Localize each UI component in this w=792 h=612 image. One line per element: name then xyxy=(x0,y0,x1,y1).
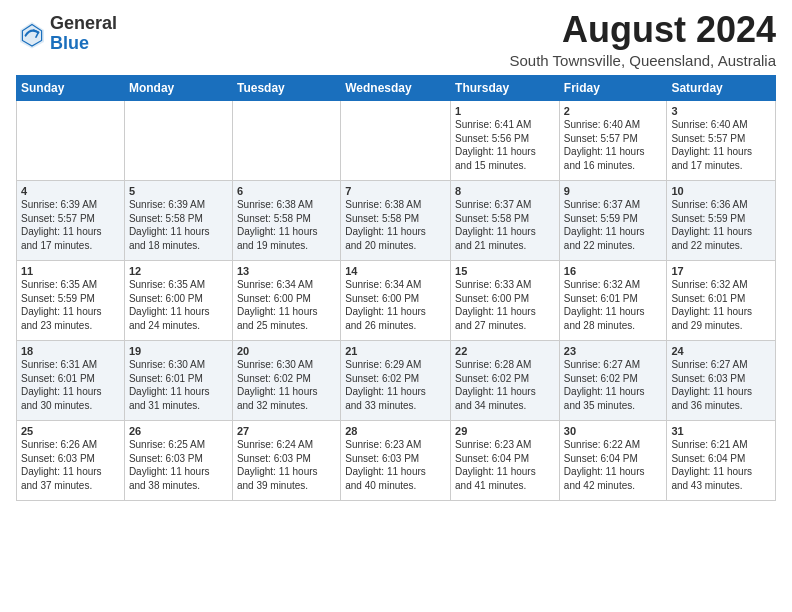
day-number: 27 xyxy=(237,424,336,439)
day-number: 8 xyxy=(455,184,555,199)
calendar-subtitle: South Townsville, Queensland, Australia xyxy=(509,52,776,69)
calendar-cell-0-4: 1Sunrise: 6:41 AMSunset: 5:56 PMDaylight… xyxy=(451,100,560,180)
header-tuesday: Tuesday xyxy=(232,75,340,100)
day-info: Sunrise: 6:23 AMSunset: 6:04 PMDaylight:… xyxy=(455,438,555,492)
day-info: Sunrise: 6:35 AMSunset: 5:59 PMDaylight:… xyxy=(21,278,120,332)
day-number: 17 xyxy=(671,264,771,279)
calendar-cell-0-6: 3Sunrise: 6:40 AMSunset: 5:57 PMDaylight… xyxy=(667,100,776,180)
day-number: 24 xyxy=(671,344,771,359)
day-number: 18 xyxy=(21,344,120,359)
calendar-cell-4-5: 30Sunrise: 6:22 AMSunset: 6:04 PMDayligh… xyxy=(559,420,667,500)
calendar-cell-4-0: 25Sunrise: 6:26 AMSunset: 6:03 PMDayligh… xyxy=(17,420,125,500)
calendar-cell-1-6: 10Sunrise: 6:36 AMSunset: 5:59 PMDayligh… xyxy=(667,180,776,260)
calendar-cell-2-0: 11Sunrise: 6:35 AMSunset: 5:59 PMDayligh… xyxy=(17,260,125,340)
day-info: Sunrise: 6:36 AMSunset: 5:59 PMDaylight:… xyxy=(671,198,771,252)
day-number: 4 xyxy=(21,184,120,199)
day-info: Sunrise: 6:37 AMSunset: 5:59 PMDaylight:… xyxy=(564,198,663,252)
day-number: 13 xyxy=(237,264,336,279)
day-info: Sunrise: 6:24 AMSunset: 6:03 PMDaylight:… xyxy=(237,438,336,492)
day-number: 28 xyxy=(345,424,446,439)
calendar-cell-0-2 xyxy=(232,100,340,180)
day-number: 7 xyxy=(345,184,446,199)
day-number: 9 xyxy=(564,184,663,199)
calendar-title: August 2024 xyxy=(509,10,776,50)
day-number: 5 xyxy=(129,184,228,199)
day-info: Sunrise: 6:38 AMSunset: 5:58 PMDaylight:… xyxy=(345,198,446,252)
calendar-cell-4-2: 27Sunrise: 6:24 AMSunset: 6:03 PMDayligh… xyxy=(232,420,340,500)
day-number: 16 xyxy=(564,264,663,279)
day-info: Sunrise: 6:27 AMSunset: 6:03 PMDaylight:… xyxy=(671,358,771,412)
day-info: Sunrise: 6:28 AMSunset: 6:02 PMDaylight:… xyxy=(455,358,555,412)
calendar-cell-3-2: 20Sunrise: 6:30 AMSunset: 6:02 PMDayligh… xyxy=(232,340,340,420)
calendar-cell-1-0: 4Sunrise: 6:39 AMSunset: 5:57 PMDaylight… xyxy=(17,180,125,260)
calendar-cell-0-1 xyxy=(124,100,232,180)
calendar-cell-3-1: 19Sunrise: 6:30 AMSunset: 6:01 PMDayligh… xyxy=(124,340,232,420)
calendar-cell-4-4: 29Sunrise: 6:23 AMSunset: 6:04 PMDayligh… xyxy=(451,420,560,500)
day-number: 15 xyxy=(455,264,555,279)
day-number: 26 xyxy=(129,424,228,439)
day-info: Sunrise: 6:33 AMSunset: 6:00 PMDaylight:… xyxy=(455,278,555,332)
calendar-cell-3-5: 23Sunrise: 6:27 AMSunset: 6:02 PMDayligh… xyxy=(559,340,667,420)
calendar-cell-1-4: 8Sunrise: 6:37 AMSunset: 5:58 PMDaylight… xyxy=(451,180,560,260)
calendar-cell-3-4: 22Sunrise: 6:28 AMSunset: 6:02 PMDayligh… xyxy=(451,340,560,420)
day-number: 2 xyxy=(564,104,663,119)
calendar-cell-1-5: 9Sunrise: 6:37 AMSunset: 5:59 PMDaylight… xyxy=(559,180,667,260)
calendar-cell-2-6: 17Sunrise: 6:32 AMSunset: 6:01 PMDayligh… xyxy=(667,260,776,340)
header-sunday: Sunday xyxy=(17,75,125,100)
day-info: Sunrise: 6:22 AMSunset: 6:04 PMDaylight:… xyxy=(564,438,663,492)
logo-blue-text: Blue xyxy=(50,34,117,54)
day-info: Sunrise: 6:27 AMSunset: 6:02 PMDaylight:… xyxy=(564,358,663,412)
day-info: Sunrise: 6:40 AMSunset: 5:57 PMDaylight:… xyxy=(564,118,663,172)
calendar-cell-1-3: 7Sunrise: 6:38 AMSunset: 5:58 PMDaylight… xyxy=(341,180,451,260)
calendar-cell-4-1: 26Sunrise: 6:25 AMSunset: 6:03 PMDayligh… xyxy=(124,420,232,500)
calendar-cell-4-3: 28Sunrise: 6:23 AMSunset: 6:03 PMDayligh… xyxy=(341,420,451,500)
day-number: 31 xyxy=(671,424,771,439)
day-info: Sunrise: 6:39 AMSunset: 5:58 PMDaylight:… xyxy=(129,198,228,252)
day-info: Sunrise: 6:38 AMSunset: 5:58 PMDaylight:… xyxy=(237,198,336,252)
header-thursday: Thursday xyxy=(451,75,560,100)
week-row-3: 11Sunrise: 6:35 AMSunset: 5:59 PMDayligh… xyxy=(17,260,776,340)
day-info: Sunrise: 6:41 AMSunset: 5:56 PMDaylight:… xyxy=(455,118,555,172)
day-info: Sunrise: 6:23 AMSunset: 6:03 PMDaylight:… xyxy=(345,438,446,492)
header-friday: Friday xyxy=(559,75,667,100)
day-number: 14 xyxy=(345,264,446,279)
week-row-5: 25Sunrise: 6:26 AMSunset: 6:03 PMDayligh… xyxy=(17,420,776,500)
calendar-cell-1-1: 5Sunrise: 6:39 AMSunset: 5:58 PMDaylight… xyxy=(124,180,232,260)
day-number: 10 xyxy=(671,184,771,199)
calendar-cell-0-3 xyxy=(341,100,451,180)
day-info: Sunrise: 6:25 AMSunset: 6:03 PMDaylight:… xyxy=(129,438,228,492)
day-info: Sunrise: 6:40 AMSunset: 5:57 PMDaylight:… xyxy=(671,118,771,172)
week-row-1: 1Sunrise: 6:41 AMSunset: 5:56 PMDaylight… xyxy=(17,100,776,180)
day-info: Sunrise: 6:30 AMSunset: 6:02 PMDaylight:… xyxy=(237,358,336,412)
day-number: 22 xyxy=(455,344,555,359)
weekday-header-row: Sunday Monday Tuesday Wednesday Thursday… xyxy=(17,75,776,100)
header: General Blue August 2024 South Townsvill… xyxy=(16,10,776,69)
calendar-cell-2-5: 16Sunrise: 6:32 AMSunset: 6:01 PMDayligh… xyxy=(559,260,667,340)
day-info: Sunrise: 6:26 AMSunset: 6:03 PMDaylight:… xyxy=(21,438,120,492)
day-info: Sunrise: 6:34 AMSunset: 6:00 PMDaylight:… xyxy=(345,278,446,332)
calendar-cell-3-6: 24Sunrise: 6:27 AMSunset: 6:03 PMDayligh… xyxy=(667,340,776,420)
logo: General Blue xyxy=(16,14,117,54)
day-info: Sunrise: 6:31 AMSunset: 6:01 PMDaylight:… xyxy=(21,358,120,412)
day-number: 6 xyxy=(237,184,336,199)
day-info: Sunrise: 6:32 AMSunset: 6:01 PMDaylight:… xyxy=(564,278,663,332)
header-saturday: Saturday xyxy=(667,75,776,100)
calendar-cell-2-2: 13Sunrise: 6:34 AMSunset: 6:00 PMDayligh… xyxy=(232,260,340,340)
calendar-cell-2-4: 15Sunrise: 6:33 AMSunset: 6:00 PMDayligh… xyxy=(451,260,560,340)
day-number: 19 xyxy=(129,344,228,359)
day-number: 3 xyxy=(671,104,771,119)
day-info: Sunrise: 6:29 AMSunset: 6:02 PMDaylight:… xyxy=(345,358,446,412)
day-number: 25 xyxy=(21,424,120,439)
day-info: Sunrise: 6:39 AMSunset: 5:57 PMDaylight:… xyxy=(21,198,120,252)
svg-marker-0 xyxy=(20,22,44,48)
week-row-4: 18Sunrise: 6:31 AMSunset: 6:01 PMDayligh… xyxy=(17,340,776,420)
day-info: Sunrise: 6:35 AMSunset: 6:00 PMDaylight:… xyxy=(129,278,228,332)
day-number: 20 xyxy=(237,344,336,359)
header-monday: Monday xyxy=(124,75,232,100)
calendar-table: Sunday Monday Tuesday Wednesday Thursday… xyxy=(16,75,776,501)
calendar-cell-3-0: 18Sunrise: 6:31 AMSunset: 6:01 PMDayligh… xyxy=(17,340,125,420)
logo-icon xyxy=(16,18,48,50)
calendar-cell-0-5: 2Sunrise: 6:40 AMSunset: 5:57 PMDaylight… xyxy=(559,100,667,180)
calendar-cell-0-0 xyxy=(17,100,125,180)
day-number: 30 xyxy=(564,424,663,439)
